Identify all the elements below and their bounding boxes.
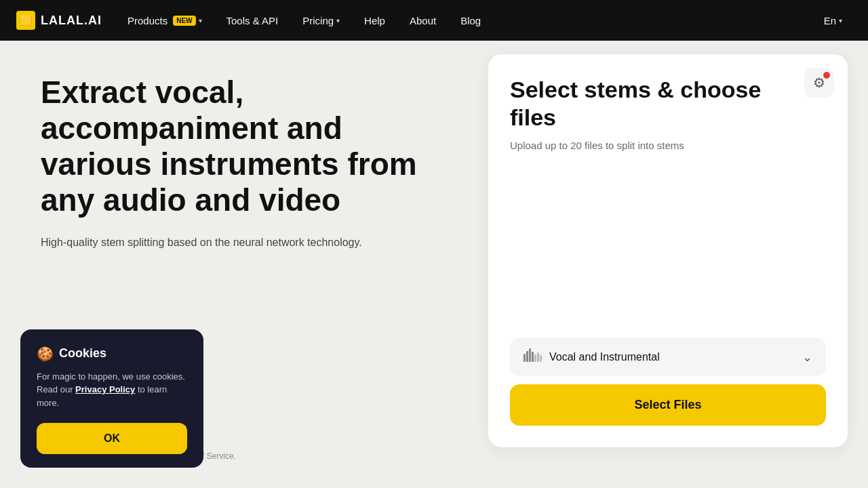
select-files-button[interactable]: Select Files — [510, 384, 826, 426]
lang-label: En — [824, 15, 836, 26]
nav-products-badge: NEW — [173, 16, 195, 26]
cookie-title: Cookies — [59, 346, 106, 361]
notification-dot — [823, 72, 830, 79]
svg-rect-6 — [540, 355, 542, 362]
stem-label: Vocal and Instrumental — [549, 351, 795, 363]
cookie-ok-button[interactable]: OK — [37, 423, 187, 454]
language-selector[interactable]: En ▾ — [814, 9, 852, 32]
cookie-text: For magic to happen, we use cookies. Rea… — [37, 370, 187, 410]
nav-tools[interactable]: Tools & API — [217, 9, 288, 32]
nav-products-label: Products — [127, 15, 167, 26]
stem-selector[interactable]: Vocal and Instrumental ⌄ — [510, 338, 826, 376]
svg-rect-3 — [532, 352, 534, 362]
pricing-chevron-icon: ▾ — [336, 17, 340, 24]
svg-rect-2 — [529, 348, 531, 362]
svg-rect-0 — [524, 354, 526, 362]
nav-about-label: About — [410, 15, 436, 26]
nav-products[interactable]: Products NEW ▾ — [118, 9, 212, 32]
cookie-banner: 🍪 Cookies For magic to happen, we use co… — [20, 329, 203, 468]
privacy-policy-link[interactable]: Privacy Policy — [75, 384, 135, 394]
logo-text: LALAL.AI — [41, 14, 102, 28]
nav-help-label: Help — [364, 15, 385, 26]
navbar: 🟨 LALAL.AI Products NEW ▾ Tools & API Pr… — [0, 0, 868, 41]
settings-button[interactable]: ⚙ — [804, 68, 834, 98]
cookie-icon: 🍪 — [37, 346, 54, 362]
stem-icon — [524, 348, 542, 365]
nav-about[interactable]: About — [400, 9, 446, 32]
nav-tools-label: Tools & API — [226, 15, 279, 26]
nav-blog-label: Blog — [460, 15, 481, 26]
nav-blog[interactable]: Blog — [451, 9, 490, 32]
right-panel: ⚙ Select stems & choose files Upload up … — [475, 41, 868, 488]
cookie-header: 🍪 Cookies — [37, 346, 187, 362]
card-controls: Vocal and Instrumental ⌄ Select Files — [510, 338, 826, 426]
card-title: Select stems & choose files — [510, 76, 826, 131]
logo-icon: 🟨 — [16, 11, 35, 30]
card-subtitle: Upload up to 20 files to split into stem… — [510, 140, 826, 151]
main-content: Extract vocal, accompaniment and various… — [0, 41, 868, 488]
nav-pricing-label: Pricing — [302, 15, 334, 26]
hero-subtitle: High-quality stem splitting based on the… — [41, 235, 366, 251]
svg-rect-5 — [537, 352, 539, 362]
nav-pricing[interactable]: Pricing ▾ — [293, 9, 349, 32]
stem-chevron-icon: ⌄ — [802, 350, 812, 365]
lang-chevron-icon: ▾ — [839, 17, 842, 24]
stems-card: ⚙ Select stems & choose files Upload up … — [488, 54, 848, 447]
nav-help[interactable]: Help — [355, 9, 395, 32]
logo[interactable]: 🟨 LALAL.AI — [16, 11, 102, 30]
hero-title: Extract vocal, accompaniment and various… — [41, 75, 434, 218]
svg-rect-4 — [534, 354, 536, 362]
svg-rect-1 — [526, 351, 528, 362]
products-chevron-icon: ▾ — [199, 17, 202, 24]
